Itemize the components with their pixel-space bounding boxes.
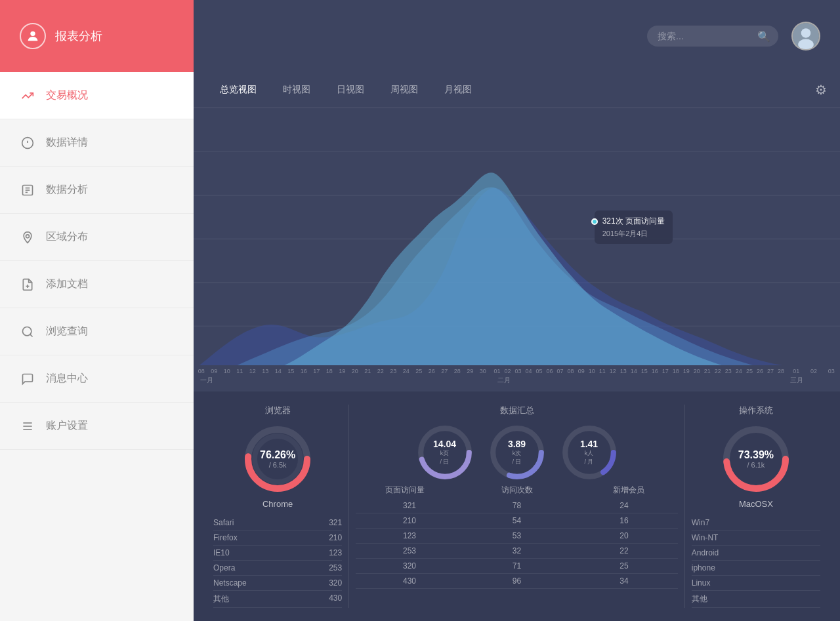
sidebar-item-add-doc[interactable]: 添加文档 [0, 261, 194, 308]
tab-hourly[interactable]: 时视图 [270, 72, 324, 108]
browser-pct: 76.26% [260, 449, 295, 461]
x-label: 03 [515, 368, 522, 374]
avatar[interactable] [791, 22, 820, 50]
x-label: 06 [547, 368, 553, 374]
x-label: 25 [746, 368, 753, 374]
stat-val: 210 [356, 516, 463, 525]
x-label: 12 [249, 368, 256, 374]
stat-row: 210 [356, 513, 463, 529]
stat-name: 其他 [213, 593, 229, 605]
data-donut-1: 3.89 k次 / 日 [488, 423, 547, 482]
x-label: 13 [620, 368, 627, 374]
tab-monthly[interactable]: 月视图 [431, 72, 485, 108]
stat-row: Opera253 [213, 561, 342, 576]
transactions-icon [20, 88, 35, 104]
x-label: 11 [236, 368, 243, 374]
x-label: 14 [275, 368, 282, 374]
x-label: 08 [568, 368, 574, 374]
os-donut-center: 73.39% / 6.1k [738, 449, 774, 469]
tooltip-dot [591, 218, 598, 225]
x-label: 21 [364, 368, 371, 374]
stat-val: 54 [463, 516, 571, 525]
stat-row: 25 [570, 559, 678, 574]
stat-val: 253 [329, 563, 342, 572]
tab-weekly[interactable]: 周视图 [377, 72, 431, 108]
svg-point-0 [30, 31, 35, 36]
x-label: 10 [224, 368, 230, 374]
x-label: 18 [326, 368, 333, 374]
stat-row: 54 [463, 513, 571, 529]
tab-bar: 总览视图时视图日视图周视图月视图⚙ [194, 72, 840, 108]
data-col-2: 241620222534 [570, 498, 678, 589]
x-label: 16 [301, 368, 307, 374]
stat-val: 96 [463, 576, 571, 586]
browser-list: Safari321Firefox210IE10123Opera253Netsca… [213, 515, 342, 608]
x-label: 02 [505, 368, 511, 374]
x-label: 30 [480, 368, 486, 374]
feb-month: 二月 [491, 376, 788, 385]
x-label: 21 [704, 368, 711, 374]
x-label: 25 [415, 368, 422, 374]
user-icon [20, 23, 46, 49]
stat-val: 123 [356, 531, 463, 540]
stat-name: Win7 [692, 518, 709, 527]
sidebar-item-browse[interactable]: 浏览查询 [0, 308, 194, 355]
os-sub: / 6.1k [738, 461, 774, 469]
topbar: 🔍 [194, 0, 840, 72]
x-label: 09 [211, 368, 217, 374]
stat-row: Netscape320 [213, 576, 342, 591]
x-label: 03 [828, 368, 835, 374]
x-label: 17 [662, 368, 669, 374]
x-label: 29 [467, 368, 473, 374]
browser-donut-center: 76.26% / 6.5k [260, 449, 295, 469]
x-label: 07 [557, 368, 564, 374]
x-label: 05 [536, 368, 543, 374]
search-icon[interactable]: 🔍 [757, 30, 770, 43]
x-label: 23 [725, 368, 732, 374]
sidebar-nav: 交易概况数据详情数据分析区域分布添加文档浏览查询消息中心账户设置 [0, 72, 194, 621]
stat-row: 32 [463, 544, 571, 559]
settings-icon[interactable]: ⚙ [815, 82, 827, 98]
sidebar-item-account[interactable]: 账户设置 [0, 403, 194, 450]
x-axis-jan: 0809101112131415161718192021222324252627… [194, 368, 491, 385]
data-summary-rows: 3212101232533204307854533271962416202225… [356, 498, 678, 589]
stat-row: Firefox210 [213, 531, 342, 546]
stat-row: 20 [570, 529, 678, 544]
data-summary-section: 数据汇总 14.04 k页 / 日 3.89 k次 [356, 405, 678, 608]
x-label: 15 [641, 368, 648, 374]
data-donut-2: 1.41 k人 / 月 [560, 423, 619, 482]
tab-overview[interactable]: 总览视图 [207, 72, 270, 108]
sidebar-item-transactions[interactable]: 交易概况 [0, 72, 194, 119]
sidebar-label-transactions: 交易概况 [46, 89, 88, 102]
x-label: 01 [793, 368, 799, 374]
sidebar-item-region[interactable]: 区域分布 [0, 214, 194, 261]
account-icon [20, 418, 35, 434]
os-list: Win7Win-NTAndroidiphoneLinux其他 [692, 515, 820, 608]
data-col-1: 785453327196 [463, 498, 571, 589]
mar-month: 三月 [788, 376, 840, 385]
stat-val: 24 [570, 501, 678, 510]
stat-row: 其他 [692, 591, 820, 608]
sidebar-label-add-doc: 添加文档 [46, 277, 88, 291]
sidebar-item-message[interactable]: 消息中心 [0, 355, 194, 403]
x-label: 20 [694, 368, 700, 374]
sidebar-item-data-analysis[interactable]: 数据分析 [0, 167, 194, 214]
stat-name: iphone [692, 563, 715, 572]
svg-point-17 [801, 28, 811, 38]
stat-val: 430 [356, 576, 463, 586]
browser-title: 浏览器 [265, 405, 291, 416]
stat-val: 20 [570, 531, 678, 540]
sidebar-item-data-detail[interactable]: 数据详情 [0, 119, 194, 167]
stat-val: 78 [463, 501, 571, 510]
x-label: 19 [683, 368, 690, 374]
stat-val: 25 [570, 561, 678, 571]
stat-row: 其他430 [213, 591, 342, 608]
x-label: 23 [390, 368, 396, 374]
stat-val: 22 [570, 546, 678, 555]
x-axis-mar: 010203 三月 [788, 368, 840, 385]
tab-daily[interactable]: 日视图 [324, 72, 377, 108]
jan-labels: 0809101112131415161718192021222324252627… [194, 368, 491, 374]
mar-labels: 010203 [788, 368, 840, 374]
stat-name: Firefox [213, 533, 238, 542]
stat-row: 71 [463, 559, 571, 574]
